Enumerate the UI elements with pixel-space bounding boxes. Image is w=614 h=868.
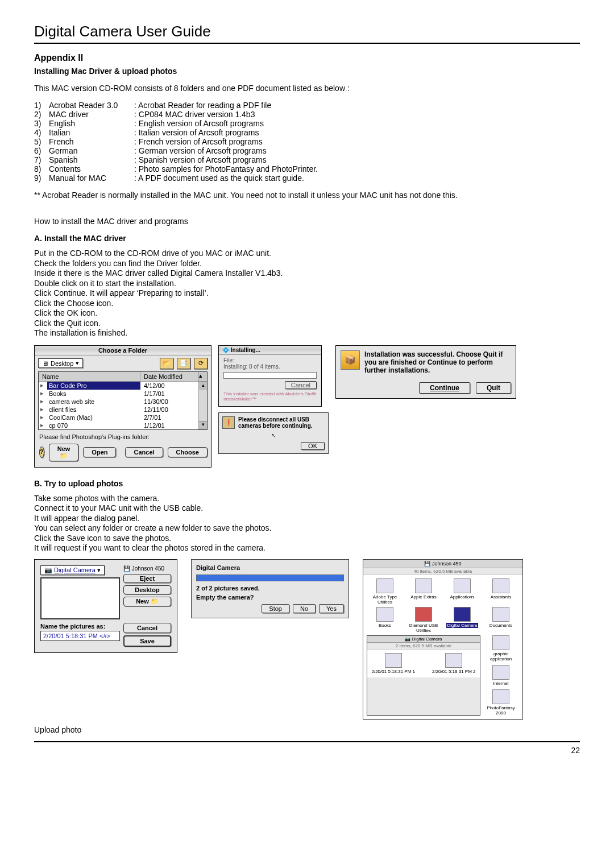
file-label: File: xyxy=(223,357,317,363)
disclosure-triangle-icon[interactable]: ▸ xyxy=(39,406,47,413)
finder-item[interactable]: Applications xyxy=(444,578,480,605)
toolbar-button-1[interactable]: 📂 xyxy=(160,358,173,369)
quit-button[interactable]: Quit xyxy=(476,382,511,394)
location-dropdown[interactable]: 🖥 Desktop ▾ xyxy=(38,358,83,368)
page-title: Digital Camera User Guide xyxy=(34,23,580,44)
list-item[interactable]: ▸ CoolCam (Mac) 2/7/01 xyxy=(39,414,198,421)
continue-button[interactable]: Continue xyxy=(419,382,470,394)
new-folder-button[interactable]: New 📁 xyxy=(49,444,79,461)
finder-item[interactable]: Apple Extras xyxy=(405,578,442,605)
folder-listbox[interactable]: Name Date Modified ▴ ▸ Bar Code Pro 4/12… xyxy=(38,371,208,430)
no-button[interactable]: No xyxy=(293,604,316,613)
disclosure-triangle-icon[interactable]: ▸ xyxy=(39,414,47,421)
finder-item[interactable]: Assistants xyxy=(483,578,519,605)
ok-button[interactable]: OK xyxy=(301,442,325,450)
progress-bar xyxy=(223,372,317,379)
appendix-sub: Installing Mac Driver & upload photos xyxy=(34,67,580,76)
list-item[interactable]: ▸ Bar Code Pro 4/12/00 xyxy=(39,382,198,390)
folder-row: 5) French : French version of Arcsoft pr… xyxy=(34,137,580,146)
desktop-icon: 🖥 xyxy=(42,360,48,367)
eject-button[interactable]: Eject xyxy=(123,574,171,583)
finder-window: 💾 Johnson 450 40 items, 620.5 MB availab… xyxy=(363,559,523,720)
save-location-dropdown[interactable]: 📷 Digital Camera ▾ xyxy=(40,565,105,575)
installer-note: This installer was created with Aladdin'… xyxy=(223,391,317,402)
finder-subheader: 40 items, 620.5 MB available xyxy=(363,568,522,575)
dialog-title: Choose a Folder xyxy=(35,346,211,356)
section-b-steps: Take some photos with the camera. Connec… xyxy=(34,494,580,553)
folder-icon xyxy=(492,665,509,680)
toolbar-button-2[interactable]: 📑 xyxy=(177,358,190,369)
folder-icon xyxy=(376,578,393,593)
warning-icon: ❗ xyxy=(222,416,235,429)
list-item[interactable]: ▸ camera web site 11/30/00 xyxy=(39,398,198,406)
finder-item[interactable]: Documents xyxy=(483,607,519,633)
stop-button[interactable]: Stop xyxy=(262,604,289,613)
disk-icon: 💾 xyxy=(424,561,430,567)
photo-icon xyxy=(445,653,462,668)
column-name[interactable]: Name xyxy=(39,372,140,381)
footer-label: Please find Photoshop's Plug-ins folder: xyxy=(35,430,211,440)
folder-icon xyxy=(492,607,509,622)
finder-item[interactable]: Adobe Type Utilities xyxy=(367,578,403,605)
folder-icon xyxy=(415,578,432,593)
sort-arrow-icon[interactable]: ▴ xyxy=(199,372,207,381)
scroll-up-icon[interactable]: ▴ xyxy=(199,382,207,390)
disk-icon: 💾 xyxy=(123,565,130,572)
choose-button[interactable]: Choose xyxy=(168,447,208,457)
cancel-button[interactable]: Cancel xyxy=(285,381,317,389)
progress-bar xyxy=(196,574,344,581)
finder-item[interactable]: graphic application xyxy=(483,635,519,662)
install-status: Installing: 0 of 4 items. xyxy=(223,363,317,370)
scrollbar[interactable]: ▴ ▾ xyxy=(198,382,207,429)
photo-icon xyxy=(385,653,402,668)
folder-icon xyxy=(492,689,509,704)
column-date[interactable]: Date Modified xyxy=(140,372,199,381)
folder-row: 7) Spanish : Spanish version of Arcsoft … xyxy=(34,155,580,164)
intro-paragraph: This MAC version CD-ROM consists of 8 fo… xyxy=(34,84,580,93)
finder-item[interactable]: PhotoFantasy 2000 xyxy=(483,689,519,716)
folder-icon xyxy=(415,607,432,622)
cancel-button[interactable]: Cancel xyxy=(123,623,171,633)
toolbar-button-3[interactable]: ⟳ xyxy=(194,358,208,369)
finder-item[interactable]: Internet xyxy=(483,665,519,686)
folder-icon xyxy=(454,578,471,593)
finder-title: 💾 Johnson 450 xyxy=(363,560,522,568)
open-button[interactable]: Open xyxy=(83,447,116,457)
disclosure-triangle-icon[interactable]: ▸ xyxy=(39,382,47,389)
list-item[interactable]: ▸ Books 1/17/01 xyxy=(39,390,198,398)
installer-icon: 💠 xyxy=(222,347,229,353)
disclosure-triangle-icon[interactable]: ▸ xyxy=(39,390,47,397)
folder-list: 1) Acrobat Reader 3.0 : Acrobat Reader f… xyxy=(34,101,580,183)
new-folder-button[interactable]: New 📁 xyxy=(123,597,171,606)
save-file-list[interactable] xyxy=(40,577,120,619)
installing-dialog: 💠 Installing... File: Installing: 0 of 4… xyxy=(218,345,322,407)
list-item[interactable]: ▸ client files 12/11/00 xyxy=(39,406,198,414)
disclosure-triangle-icon[interactable]: ▸ xyxy=(39,398,47,405)
finder-nested-window: 📷 Digital Camera 2 items, 620.5 MB avail… xyxy=(367,635,480,716)
cursor-icon: ↖ xyxy=(222,432,325,439)
folder-row: 1) Acrobat Reader 3.0 : Acrobat Reader f… xyxy=(34,101,580,110)
nested-sub: 2 items, 620.5 MB available xyxy=(367,643,480,650)
empty-question: Empty the camera? xyxy=(196,594,344,601)
scroll-down-icon[interactable]: ▾ xyxy=(199,421,207,429)
finder-item[interactable]: 2/20/01 5:18:31 PM 2 xyxy=(432,653,476,674)
choose-folder-dialog: Choose a Folder 🖥 Desktop ▾ 📂 📑 ⟳ Name D… xyxy=(34,345,211,468)
finder-item[interactable]: 2/20/01 5:18:31 PM 1 xyxy=(372,653,416,674)
disclosure-triangle-icon[interactable]: ▸ xyxy=(39,421,47,429)
dropdown-arrow-icon: ▾ xyxy=(97,567,101,573)
help-button[interactable]: ? xyxy=(39,447,44,458)
list-item[interactable]: ▸ cp 070 1/12/01 xyxy=(39,421,198,429)
finder-item[interactable]: Books xyxy=(367,607,403,633)
success-text: Installation was successful. Choose Quit… xyxy=(364,350,511,374)
cancel-button[interactable]: Cancel xyxy=(125,447,163,457)
upload-caption: Upload photo xyxy=(34,725,580,734)
finder-item[interactable]: Diamond USB Utilities xyxy=(405,607,442,633)
filename-input[interactable]: 2/20/01 5:18:31 PM <#> xyxy=(40,631,120,641)
folder-icon xyxy=(454,607,471,622)
save-button[interactable]: Save xyxy=(123,635,171,647)
yes-button[interactable]: Yes xyxy=(319,604,344,613)
howto-heading: How to install the MAC driver and progra… xyxy=(34,217,580,226)
installing-title: 💠 Installing... xyxy=(219,346,321,355)
finder-item[interactable]: Digital Camera xyxy=(444,607,480,633)
desktop-button[interactable]: Desktop xyxy=(123,585,171,594)
